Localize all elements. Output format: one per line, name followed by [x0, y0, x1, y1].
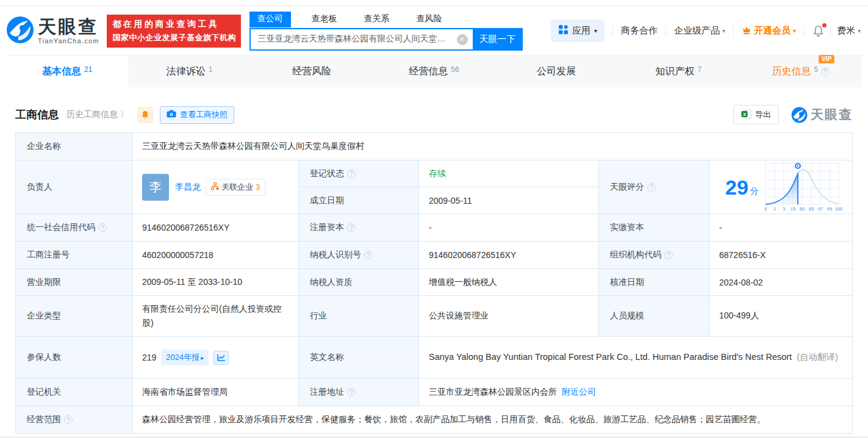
help-icon[interactable]: ?	[64, 415, 73, 424]
help-icon[interactable]: ?	[98, 223, 107, 232]
english-name-text: Sanya Yalong Bay Yuntian Tropical Forest…	[429, 352, 792, 362]
export-button[interactable]: x 导出	[733, 105, 779, 124]
tab-label: 法律诉讼	[167, 65, 206, 78]
monitor-bell-button[interactable]	[137, 107, 154, 123]
section-actions: x 导出 天眼查	[733, 105, 853, 124]
menu-cooperation[interactable]: 商务合作	[621, 25, 658, 37]
score-value: 29	[725, 177, 748, 198]
svg-text:99: 99	[827, 206, 832, 212]
tab-basic-info[interactable]: 基本信息 21	[6, 56, 128, 87]
menu-vip[interactable]: 开通会员 ▾	[742, 25, 796, 37]
svg-text:50: 50	[800, 206, 805, 212]
help-icon[interactable]: ?	[347, 170, 356, 178]
help-icon[interactable]: ?	[664, 251, 673, 259]
field-value-business-term: 2009-05-11 至 2033-10-10	[132, 269, 298, 295]
field-label-business-scope: 经营范围 ?	[16, 406, 132, 433]
field-value-establish-date: 2009-05-11	[419, 187, 598, 214]
svg-text:85: 85	[809, 206, 814, 212]
business-info-table: 企业名称 三亚亚龙湾云天热带森林公园有限公司人间天堂鸟巢度假村 负责人 李 李昌…	[15, 132, 853, 434]
bottom-divider	[0, 437, 868, 437]
reg-status-label: 登记状态	[310, 168, 344, 179]
tab-history-info[interactable]: 历史信息 5 ? VIP	[740, 56, 862, 87]
field-label-paid-capital: 实缴资本	[599, 214, 709, 241]
site-logo[interactable]: 天眼查 TianYanCha.com	[6, 16, 99, 46]
trend-chart-button[interactable]	[213, 351, 229, 365]
apps-menu[interactable]: 应用 ▾	[551, 20, 604, 42]
search-button[interactable]: 天眼一下	[473, 28, 523, 51]
section-header: 工商信息 历史工商信息 〉	[15, 105, 853, 124]
nearby-companies-link[interactable]: 附近公司	[562, 387, 596, 398]
tab-operation-info[interactable]: 经营信息 56	[373, 56, 495, 87]
arrow-right-icon: ▸	[201, 354, 204, 361]
notification-bell-icon[interactable]	[812, 25, 824, 37]
svg-text:3: 3	[783, 206, 785, 212]
tab-count: 7	[697, 65, 701, 74]
tab-count: 5	[814, 65, 818, 74]
related-companies-badge[interactable]: 关联企业 3	[206, 179, 265, 196]
help-icon[interactable]: ?	[821, 68, 830, 76]
chevron-right-icon: 〉	[120, 109, 129, 119]
search-tab-risk[interactable]: 查风险	[411, 12, 448, 27]
snapshot-label: 查看工商快照	[180, 109, 228, 120]
user-menu[interactable]: 费米 ▾	[837, 25, 861, 37]
search-area: 查公司 查老板 查关系 查风险 ✕ 天眼一下	[249, 12, 523, 51]
tianyancha-watermark: 天眼查	[791, 106, 853, 123]
field-value-company-name: 三亚亚龙湾云天热带森林公园有限公司人间天堂鸟巢度假村	[132, 133, 852, 160]
search-tab-boss[interactable]: 查老板	[306, 12, 343, 27]
search-tab-company[interactable]: 查公司	[249, 12, 291, 27]
field-label-industry: 行业	[299, 296, 418, 336]
field-label-staff-size: 人员规模	[599, 296, 709, 336]
tab-label: 公司发展	[537, 65, 576, 78]
history-business-info-link[interactable]: 历史工商信息 〉	[66, 109, 129, 120]
field-label-legal-rep: 负责人	[16, 160, 132, 214]
field-value-business-scope: 森林公园经营管理，旅业及游乐项目开发经营，保健服务；餐饮，旅馆，农副产品加工与销…	[132, 406, 852, 433]
field-label-reg-capital: 注册资本 ?	[299, 214, 418, 241]
org-code-label: 组织机构代码	[610, 250, 661, 260]
tab-count: 1	[209, 65, 213, 74]
tab-legal[interactable]: 法律诉讼 1	[128, 56, 250, 87]
promo-banner: 都在用的商业查询工具 国家中小企业发展子基金旗下机构	[107, 15, 241, 48]
help-icon[interactable]: ?	[647, 183, 656, 192]
svg-text:97: 97	[818, 206, 823, 212]
apps-label: 应用	[572, 25, 590, 37]
help-icon[interactable]: ?	[364, 251, 373, 259]
tab-count: 56	[451, 65, 459, 74]
field-value-org-code: 68726516-X	[709, 242, 852, 268]
view-snapshot-button[interactable]: 查看工商快照	[160, 106, 234, 124]
promo-line2: 国家中小企业发展子基金旗下机构	[113, 32, 235, 43]
menu-separator	[665, 26, 666, 36]
search-tab-relation[interactable]: 查关系	[358, 12, 396, 27]
clear-search-icon[interactable]: ✕	[457, 34, 468, 45]
field-value-reg-number: 460200000057218	[132, 242, 298, 268]
search-input[interactable]	[249, 28, 473, 51]
apps-caret-icon: ▾	[594, 27, 597, 34]
enterprise-caret-icon: ▾	[722, 27, 725, 34]
tab-operation-risk[interactable]: 经营风险	[251, 56, 373, 87]
user-name: 费米	[837, 25, 855, 37]
field-value-reg-address: 三亚市亚龙湾森林公园景区内会所 附近公司	[419, 379, 852, 406]
field-value-taxpayer-id: 9146020068726516XY	[419, 242, 598, 268]
notification-dot	[822, 23, 827, 27]
annual-report-badge[interactable]: 2024年报 ▸	[161, 350, 209, 365]
tab-company-development[interactable]: 公司发展	[495, 56, 617, 87]
legal-rep-avatar: 李	[142, 174, 169, 201]
site-header: 天眼查 TianYanCha.com 都在用的商业查询工具 国家中小企业发展子基…	[0, 6, 868, 56]
tab-label: 经营风险	[292, 65, 331, 78]
field-value-reg-authority: 海南省市场监督管理局	[132, 379, 298, 406]
promo-line1: 都在用的商业查询工具	[113, 19, 235, 30]
field-label-insured-count: 参保人数	[16, 337, 132, 378]
tab-label: 历史信息	[772, 65, 811, 78]
tab-label: 知识产权	[655, 65, 694, 78]
field-value-industry: 公共设施管理业	[419, 296, 598, 336]
field-label-tianyan-score: 天眼评分 ?	[599, 160, 709, 214]
line-chart-icon	[217, 354, 226, 361]
field-value-insured-count: 219 2024年报 ▸	[132, 337, 298, 378]
tab-count: 21	[84, 65, 92, 74]
field-label-english-name: 英文名称	[299, 337, 418, 378]
excel-icon: x	[741, 109, 751, 121]
menu-enterprise[interactable]: 企业级产品 ▾	[674, 25, 725, 37]
legal-rep-name-link[interactable]: 李昌龙	[175, 182, 201, 193]
help-icon[interactable]: ?	[347, 223, 356, 232]
help-icon[interactable]: ?	[347, 388, 356, 397]
tab-intellectual-property[interactable]: 知识产权 7	[617, 56, 739, 87]
